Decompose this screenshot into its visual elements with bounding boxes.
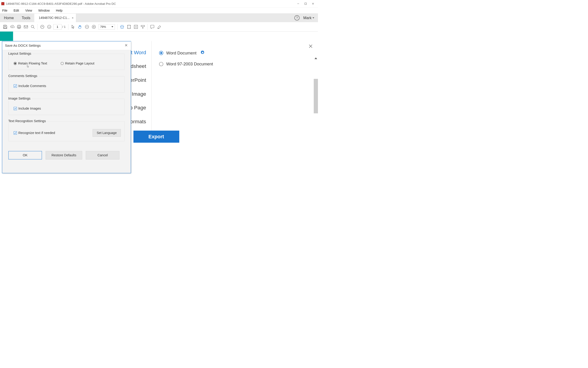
- include-images-label: Include Images: [19, 107, 41, 110]
- zoom-level-select[interactable]: 79%: [99, 24, 115, 30]
- close-dialog-button[interactable]: [125, 44, 128, 47]
- svg-rect-20: [134, 25, 138, 28]
- minimize-button[interactable]: [294, 1, 302, 6]
- toolbar-divider: [148, 24, 148, 30]
- recognize-text-checkbox[interactable]: Recognize text if needed: [14, 131, 55, 135]
- toolbar-divider: [117, 24, 117, 30]
- close-tab-icon[interactable]: ×: [72, 16, 74, 20]
- pointer-icon[interactable]: [70, 23, 76, 30]
- caret-down-icon: [112, 26, 113, 27]
- docx-settings-dialog: Save As DOCX Settings Layout Settings Re…: [2, 41, 131, 173]
- fit-width-icon[interactable]: [119, 23, 125, 30]
- svg-rect-9: [24, 26, 28, 28]
- dialog-title-label: Save As DOCX Settings: [5, 44, 41, 48]
- menu-view[interactable]: View: [24, 8, 33, 13]
- cancel-button[interactable]: Cancel: [86, 151, 119, 159]
- svg-rect-7: [17, 26, 21, 28]
- read-aloud-icon[interactable]: [139, 23, 146, 30]
- export-button[interactable]: Export: [133, 130, 179, 143]
- radio-unselected-icon: [159, 62, 163, 66]
- page-total-label: / 1: [62, 25, 66, 28]
- include-comments-label: Include Comments: [19, 84, 46, 88]
- toolbar-divider: [68, 24, 68, 30]
- include-images-checkbox[interactable]: Include Images: [12, 107, 121, 110]
- comments-settings-group: Comments Settings Include Comments: [9, 76, 124, 92]
- menubar: File Edit View Window Help: [0, 7, 318, 13]
- menu-window[interactable]: Window: [38, 8, 51, 13]
- cursor-icon: [27, 64, 29, 68]
- titlebar: A 1494870C-9912-C184-4CC9-B401-A53F4D8DE…: [0, 0, 318, 7]
- tab-home[interactable]: Home: [0, 14, 18, 22]
- user-menu[interactable]: Mark: [303, 16, 314, 20]
- restore-defaults-button[interactable]: Restore Defaults: [46, 151, 82, 159]
- page-up-icon[interactable]: [39, 23, 46, 30]
- svg-point-12: [41, 25, 44, 28]
- fullscreen-icon[interactable]: [133, 23, 139, 30]
- side-tool-indicator: [0, 31, 13, 41]
- image-settings-legend: Image Settings: [7, 97, 32, 101]
- retain-page-layout-radio[interactable]: Retain Page Layout: [61, 62, 95, 65]
- tab-document[interactable]: 1494870C-9912-C1... ×: [34, 14, 76, 22]
- maximize-button[interactable]: [302, 1, 309, 6]
- scroll-up-icon[interactable]: [314, 57, 317, 59]
- svg-rect-21: [141, 25, 144, 27]
- page-number-input[interactable]: [53, 24, 62, 30]
- toolbar: / 1 79%: [0, 22, 318, 31]
- comment-icon[interactable]: [149, 23, 156, 30]
- svg-rect-5: [4, 27, 6, 28]
- dialog-titlebar: Save As DOCX Settings: [2, 41, 131, 50]
- checkbox-checked-icon: [14, 84, 17, 88]
- layout-settings-legend: Layout Settings: [7, 52, 32, 55]
- save-icon[interactable]: [2, 23, 9, 30]
- svg-rect-1: [305, 3, 307, 5]
- layout-settings-group: Layout Settings Retain Flowing Text Reta…: [9, 54, 124, 70]
- subformat-doc[interactable]: Word 97-2003 Document: [159, 62, 213, 66]
- ok-button[interactable]: OK: [9, 151, 42, 159]
- image-settings-group: Image Settings Include Images: [9, 99, 124, 115]
- svg-rect-4: [4, 25, 6, 26]
- menu-edit[interactable]: Edit: [13, 8, 20, 13]
- text-recognition-legend: Text Recognition Settings: [7, 119, 47, 123]
- highlight-icon[interactable]: [156, 23, 163, 30]
- hand-icon[interactable]: [77, 23, 84, 30]
- radio-unselected-icon: [61, 62, 64, 65]
- retain-page-layout-label: Retain Page Layout: [65, 62, 95, 65]
- subformat-docx[interactable]: Word Document: [159, 51, 213, 55]
- svg-point-13: [47, 25, 51, 28]
- tab-tools[interactable]: Tools: [18, 14, 34, 22]
- zoom-out-icon[interactable]: [84, 23, 90, 30]
- search-icon[interactable]: [29, 23, 36, 30]
- retain-flowing-text-label: Retain Flowing Text: [18, 62, 47, 65]
- window-title: 1494870C-9912-C184-4CC9-B401-A53F4D8DE29…: [6, 2, 116, 5]
- include-comments-checkbox[interactable]: Include Comments: [12, 84, 121, 88]
- toolbar-divider: [38, 24, 38, 30]
- subformat-doc-label: Word 97-2003 Document: [166, 62, 213, 66]
- zoom-in-icon[interactable]: [90, 23, 97, 30]
- print-icon[interactable]: [16, 23, 22, 30]
- radio-selected-icon: [14, 62, 17, 65]
- fit-page-icon[interactable]: [125, 23, 132, 30]
- acrobat-app-icon: A: [1, 2, 4, 5]
- set-language-button[interactable]: Set Language: [93, 129, 121, 137]
- user-name-label: Mark: [303, 16, 312, 20]
- gear-icon[interactable]: [201, 51, 205, 55]
- svg-rect-6: [18, 25, 20, 26]
- retain-flowing-text-radio[interactable]: Retain Flowing Text: [14, 62, 47, 65]
- checkbox-checked-icon: [14, 107, 17, 110]
- svg-point-10: [31, 25, 34, 28]
- caret-down-icon: [313, 17, 314, 18]
- format-image[interactable]: Image: [132, 91, 146, 97]
- comments-settings-legend: Comments Settings: [7, 74, 38, 78]
- mail-icon[interactable]: [22, 23, 29, 30]
- zoom-level-label: 79%: [100, 25, 106, 28]
- scrollbar-thumb[interactable]: [314, 79, 318, 113]
- page-down-icon[interactable]: [46, 23, 53, 30]
- recognize-text-label: Recognize text if needed: [19, 131, 55, 135]
- help-icon[interactable]: ?: [294, 15, 300, 20]
- close-panel-button[interactable]: [308, 43, 314, 49]
- export-subformat-list: Word Document Word 97-2003 Document: [152, 41, 213, 142]
- cloud-upload-icon[interactable]: [9, 23, 16, 30]
- menu-help[interactable]: Help: [55, 8, 64, 13]
- menu-file[interactable]: File: [1, 8, 8, 13]
- close-window-button[interactable]: [309, 1, 317, 6]
